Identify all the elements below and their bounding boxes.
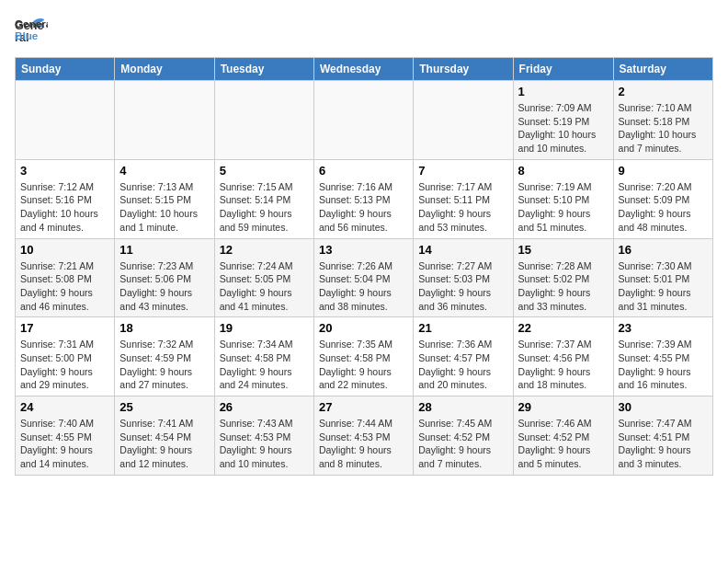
day-number: 17 <box>20 321 109 335</box>
calendar-cell: 5Sunrise: 7:15 AMSunset: 5:14 PMDaylight… <box>214 159 313 238</box>
day-info: Sunrise: 7:37 AMSunset: 4:56 PMDaylight:… <box>518 338 609 392</box>
day-number: 3 <box>20 164 109 178</box>
calendar-cell: 21Sunrise: 7:36 AMSunset: 4:57 PMDayligh… <box>414 317 513 396</box>
day-number: 23 <box>619 321 708 335</box>
day-info: Sunrise: 7:27 AMSunset: 5:03 PMDaylight:… <box>418 259 507 314</box>
calendar-cell: 20Sunrise: 7:35 AMSunset: 4:58 PMDayligh… <box>313 317 413 396</box>
day-number: 18 <box>119 321 209 335</box>
calendar-cell: 17Sunrise: 7:31 AMSunset: 5:00 PMDayligh… <box>16 317 115 396</box>
calendar-week-1: 1Sunrise: 7:09 AMSunset: 5:19 PMDaylight… <box>16 81 713 160</box>
svg-text:Blue: Blue <box>15 29 39 41</box>
calendar-cell: 3Sunrise: 7:12 AMSunset: 5:16 PMDaylight… <box>16 159 115 238</box>
day-number: 8 <box>518 164 609 178</box>
day-info: Sunrise: 7:45 AMSunset: 4:52 PMDaylight:… <box>418 417 507 471</box>
day-info: Sunrise: 7:23 AMSunset: 5:06 PMDaylight:… <box>119 259 209 314</box>
day-number: 6 <box>319 164 408 178</box>
calendar-table: SundayMondayTuesdayWednesdayThursdayFrid… <box>15 57 713 476</box>
day-info: Sunrise: 7:26 AMSunset: 5:04 PMDaylight:… <box>319 259 408 314</box>
day-info: Sunrise: 7:35 AMSunset: 4:58 PMDaylight:… <box>319 338 408 392</box>
svg-text:General: General <box>15 17 48 29</box>
page-header: Gene ral General Blue <box>15 15 713 48</box>
calendar-cell: 19Sunrise: 7:34 AMSunset: 4:58 PMDayligh… <box>214 317 313 396</box>
day-info: Sunrise: 7:13 AMSunset: 5:15 PMDaylight:… <box>119 180 209 235</box>
day-info: Sunrise: 7:36 AMSunset: 4:57 PMDaylight:… <box>418 338 507 392</box>
calendar-cell: 16Sunrise: 7:30 AMSunset: 5:01 PMDayligh… <box>613 238 712 317</box>
day-number: 28 <box>418 400 507 414</box>
calendar-cell: 1Sunrise: 7:09 AMSunset: 5:19 PMDaylight… <box>513 81 613 160</box>
day-number: 12 <box>220 243 309 257</box>
weekday-header-friday: Friday <box>513 58 613 81</box>
day-info: Sunrise: 7:31 AMSunset: 5:00 PMDaylight:… <box>20 338 109 392</box>
calendar-cell: 27Sunrise: 7:44 AMSunset: 4:53 PMDayligh… <box>313 396 413 476</box>
calendar-cell <box>16 81 115 160</box>
day-number: 5 <box>220 164 309 178</box>
calendar-cell: 13Sunrise: 7:26 AMSunset: 5:04 PMDayligh… <box>313 238 413 317</box>
day-number: 11 <box>119 243 209 257</box>
weekday-header-monday: Monday <box>115 58 214 81</box>
day-info: Sunrise: 7:09 AMSunset: 5:19 PMDaylight:… <box>518 101 609 155</box>
day-number: 13 <box>319 243 408 257</box>
day-info: Sunrise: 7:39 AMSunset: 4:55 PMDaylight:… <box>619 338 708 392</box>
weekday-header-tuesday: Tuesday <box>214 58 313 81</box>
calendar-cell: 7Sunrise: 7:17 AMSunset: 5:11 PMDaylight… <box>414 159 513 238</box>
calendar-cell <box>414 81 513 160</box>
calendar-cell: 8Sunrise: 7:19 AMSunset: 5:10 PMDaylight… <box>513 159 613 238</box>
weekday-header-wednesday: Wednesday <box>313 58 413 81</box>
day-info: Sunrise: 7:19 AMSunset: 5:10 PMDaylight:… <box>518 180 609 235</box>
calendar-cell: 24Sunrise: 7:40 AMSunset: 4:55 PMDayligh… <box>16 396 115 476</box>
calendar-week-2: 3Sunrise: 7:12 AMSunset: 5:16 PMDaylight… <box>16 159 713 238</box>
day-number: 29 <box>518 400 609 414</box>
calendar-cell <box>214 81 313 160</box>
day-number: 9 <box>619 164 708 178</box>
day-info: Sunrise: 7:20 AMSunset: 5:09 PMDaylight:… <box>619 180 708 235</box>
day-number: 30 <box>619 400 708 414</box>
calendar-week-3: 10Sunrise: 7:21 AMSunset: 5:08 PMDayligh… <box>16 238 713 317</box>
day-info: Sunrise: 7:21 AMSunset: 5:08 PMDaylight:… <box>20 259 109 314</box>
day-info: Sunrise: 7:47 AMSunset: 4:51 PMDaylight:… <box>619 417 708 471</box>
day-info: Sunrise: 7:43 AMSunset: 4:53 PMDaylight:… <box>220 417 309 471</box>
calendar-cell: 25Sunrise: 7:41 AMSunset: 4:54 PMDayligh… <box>115 396 214 476</box>
day-info: Sunrise: 7:41 AMSunset: 4:54 PMDaylight:… <box>119 417 209 471</box>
calendar-cell: 15Sunrise: 7:28 AMSunset: 5:02 PMDayligh… <box>513 238 613 317</box>
day-number: 25 <box>119 400 209 414</box>
day-number: 24 <box>20 400 109 414</box>
calendar-cell: 2Sunrise: 7:10 AMSunset: 5:18 PMDaylight… <box>613 81 712 160</box>
day-info: Sunrise: 7:28 AMSunset: 5:02 PMDaylight:… <box>518 259 609 314</box>
day-info: Sunrise: 7:40 AMSunset: 4:55 PMDaylight:… <box>20 417 109 471</box>
calendar-cell: 6Sunrise: 7:16 AMSunset: 5:13 PMDaylight… <box>313 159 413 238</box>
calendar-cell: 30Sunrise: 7:47 AMSunset: 4:51 PMDayligh… <box>613 396 712 476</box>
calendar-cell <box>115 81 214 160</box>
logo: Gene ral General Blue <box>15 15 53 48</box>
weekday-header-sunday: Sunday <box>16 58 115 81</box>
calendar-cell: 28Sunrise: 7:45 AMSunset: 4:52 PMDayligh… <box>414 396 513 476</box>
calendar-cell: 18Sunrise: 7:32 AMSunset: 4:59 PMDayligh… <box>115 317 214 396</box>
calendar-cell: 12Sunrise: 7:24 AMSunset: 5:05 PMDayligh… <box>214 238 313 317</box>
calendar-week-5: 24Sunrise: 7:40 AMSunset: 4:55 PMDayligh… <box>16 396 713 476</box>
calendar-header-row: SundayMondayTuesdayWednesdayThursdayFrid… <box>16 58 713 81</box>
day-info: Sunrise: 7:34 AMSunset: 4:58 PMDaylight:… <box>220 338 309 392</box>
day-number: 14 <box>418 243 507 257</box>
day-number: 22 <box>518 321 609 335</box>
day-number: 10 <box>20 243 109 257</box>
calendar-cell: 29Sunrise: 7:46 AMSunset: 4:52 PMDayligh… <box>513 396 613 476</box>
logo-icon: Gene ral General Blue <box>15 15 48 48</box>
weekday-header-thursday: Thursday <box>414 58 513 81</box>
calendar-cell: 10Sunrise: 7:21 AMSunset: 5:08 PMDayligh… <box>16 238 115 317</box>
calendar-body: 1Sunrise: 7:09 AMSunset: 5:19 PMDaylight… <box>16 81 713 476</box>
day-info: Sunrise: 7:10 AMSunset: 5:18 PMDaylight:… <box>619 101 708 155</box>
calendar-cell <box>313 81 413 160</box>
calendar-cell: 4Sunrise: 7:13 AMSunset: 5:15 PMDaylight… <box>115 159 214 238</box>
day-info: Sunrise: 7:17 AMSunset: 5:11 PMDaylight:… <box>418 180 507 235</box>
day-number: 26 <box>220 400 309 414</box>
day-number: 20 <box>319 321 408 335</box>
weekday-header-saturday: Saturday <box>613 58 712 81</box>
calendar-cell: 14Sunrise: 7:27 AMSunset: 5:03 PMDayligh… <box>414 238 513 317</box>
calendar-week-4: 17Sunrise: 7:31 AMSunset: 5:00 PMDayligh… <box>16 317 713 396</box>
day-number: 7 <box>418 164 507 178</box>
day-number: 16 <box>619 243 708 257</box>
day-info: Sunrise: 7:46 AMSunset: 4:52 PMDaylight:… <box>518 417 609 471</box>
calendar-cell: 26Sunrise: 7:43 AMSunset: 4:53 PMDayligh… <box>214 396 313 476</box>
day-info: Sunrise: 7:30 AMSunset: 5:01 PMDaylight:… <box>619 259 708 314</box>
day-number: 21 <box>418 321 507 335</box>
day-info: Sunrise: 7:15 AMSunset: 5:14 PMDaylight:… <box>220 180 309 235</box>
